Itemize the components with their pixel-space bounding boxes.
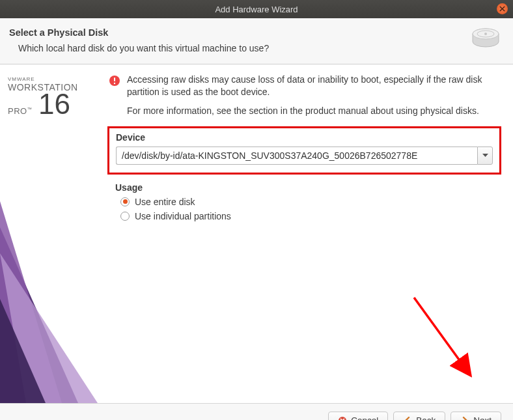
chevron-left-icon [403,416,412,421]
brand-version: 16 [38,92,70,116]
radio-icon [120,212,130,221]
radio-label: Use individual partitions [135,211,231,221]
branding: VMWARE WORKSTATION PRO™ 16 [0,64,101,116]
annotation-arrow [409,292,480,384]
brand-vmware: VMWARE [8,76,101,82]
close-icon [499,6,505,12]
usage-option-individual-partitions[interactable]: Use individual partitions [120,211,501,221]
device-dropdown-button[interactable] [477,147,493,165]
wizard-footer: Cancel Back Next [0,403,513,420]
usage-option-entire-disk[interactable]: Use entire disk [120,197,501,207]
back-button[interactable]: Back [393,412,445,420]
info-text: For more information, see the section in… [127,105,501,117]
usage-label: Usage [115,182,501,193]
svg-point-3 [484,33,487,35]
chevron-down-icon [482,154,488,158]
svg-point-12 [339,417,346,421]
window-title: Add Hardware Wizard [0,5,513,14]
cancel-icon [338,416,347,421]
wizard-content: Accessing raw disks may cause loss of da… [101,64,513,403]
warning-message: Accessing raw disks may cause loss of da… [109,74,501,98]
close-button[interactable] [497,3,508,14]
disk-icon [471,27,500,51]
cancel-button[interactable]: Cancel [328,412,388,420]
device-label: Device [116,132,493,143]
brand-pro: PRO™ [8,106,32,116]
decorative-triangles [0,169,101,403]
warning-icon [109,75,120,87]
back-label: Back [416,415,436,420]
svg-rect-9 [114,77,115,81]
svg-line-11 [414,298,471,376]
svg-point-10 [114,83,115,84]
next-label: Next [473,415,492,420]
warning-text: Accessing raw disks may cause loss of da… [127,74,501,98]
page-title: Select a Physical Disk [9,27,465,38]
cancel-label: Cancel [351,415,378,420]
sidebar: VMWARE WORKSTATION PRO™ 16 [0,64,101,403]
titlebar: Add Hardware Wizard [0,0,513,18]
chevron-right-icon [460,416,469,421]
device-combobox[interactable] [116,147,493,165]
page-subtitle: Which local hard disk do you want this v… [18,43,465,53]
next-button[interactable]: Next [451,412,501,420]
device-section-highlight: Device [107,126,501,175]
device-value[interactable] [116,147,477,165]
radio-icon [120,197,130,206]
radio-label: Use entire disk [135,197,195,207]
wizard-header: Select a Physical Disk Which local hard … [0,18,513,64]
